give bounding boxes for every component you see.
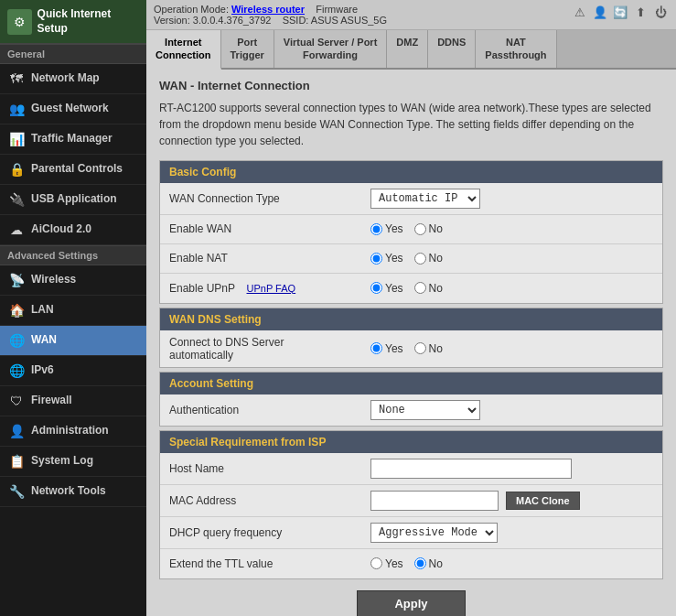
dhcp-query-control: Aggressive Mode Normal Mode bbox=[370, 523, 653, 543]
network-map-icon: 🗺 bbox=[7, 70, 26, 88]
upload-icon[interactable]: ⬆ bbox=[632, 4, 649, 20]
parental-controls-label: Parental Controls bbox=[31, 162, 123, 177]
sidebar-item-administration[interactable]: 👤 Administration bbox=[0, 416, 146, 447]
host-name-row: Host Name bbox=[160, 453, 662, 485]
connect-dns-yes-radio[interactable] bbox=[370, 342, 382, 354]
enable-wan-no-radio[interactable] bbox=[414, 223, 426, 235]
mac-address-label: MAC Address bbox=[169, 494, 370, 507]
network-map-label: Network Map bbox=[31, 71, 100, 86]
firmware-label: Firmware bbox=[316, 4, 358, 15]
user-icon[interactable]: 👤 bbox=[592, 4, 608, 20]
network-tools-icon: 🔧 bbox=[7, 482, 26, 501]
usb-application-label: USB Application bbox=[31, 192, 117, 207]
warning-icon[interactable]: ⚠ bbox=[572, 4, 588, 20]
guest-network-icon: 👥 bbox=[7, 100, 26, 118]
enable-upnp-radio-group: Yes No bbox=[370, 282, 443, 295]
dhcp-query-row: DHCP query frequency Aggressive Mode Nor… bbox=[160, 517, 662, 549]
sidebar-item-parental-controls[interactable]: 🔒 Parental Controls bbox=[0, 155, 146, 185]
tab-dmz[interactable]: DMZ bbox=[387, 30, 428, 68]
topbar: Operation Mode: Wireless router Firmware… bbox=[146, 0, 676, 30]
authentication-select[interactable]: None PAP CHAP bbox=[370, 400, 480, 420]
quick-setup-icon: ⚙ bbox=[7, 9, 32, 35]
enable-upnp-no[interactable]: No bbox=[414, 282, 443, 295]
extend-ttl-yes-radio[interactable] bbox=[370, 557, 382, 569]
enable-nat-no[interactable]: No bbox=[414, 252, 443, 265]
sidebar-item-network-tools[interactable]: 🔧 Network Tools bbox=[0, 477, 146, 507]
connect-dns-yes[interactable]: Yes bbox=[370, 342, 403, 355]
extend-ttl-radio-group: Yes No bbox=[370, 557, 443, 570]
sidebar-item-wireless[interactable]: 📡 Wireless bbox=[0, 265, 146, 296]
sidebar-item-usb-application[interactable]: 🔌 USB Application bbox=[0, 185, 146, 215]
firewall-icon: 🛡 bbox=[7, 392, 26, 410]
operation-mode-value[interactable]: Wireless router bbox=[231, 4, 305, 15]
upnp-faq-link[interactable]: UPnP FAQ bbox=[247, 283, 296, 294]
refresh-icon[interactable]: 🔄 bbox=[612, 4, 628, 20]
version-value: 3.0.0.4.376_3792 bbox=[193, 15, 272, 26]
enable-nat-yes[interactable]: Yes bbox=[370, 252, 403, 265]
tab-virtual-server[interactable]: Virtual Server / Port Forwarding bbox=[274, 30, 388, 68]
mac-clone-button[interactable]: MAC Clone bbox=[506, 492, 580, 510]
enable-upnp-no-radio[interactable] bbox=[414, 282, 426, 294]
sidebar-item-guest-network[interactable]: 👥 Guest Network bbox=[0, 94, 146, 124]
topbar-info: Operation Mode: Wireless router Firmware… bbox=[154, 4, 387, 26]
extend-ttl-yes[interactable]: Yes bbox=[370, 557, 403, 570]
enable-nat-no-radio[interactable] bbox=[414, 253, 426, 265]
wireless-label: Wireless bbox=[31, 273, 76, 287]
mac-address-row: MAC Address MAC Clone bbox=[160, 485, 662, 517]
connect-dns-no[interactable]: No bbox=[414, 342, 443, 355]
lan-icon: 🏠 bbox=[7, 301, 26, 319]
sidebar-item-lan[interactable]: 🏠 LAN bbox=[0, 296, 146, 326]
wan-connection-type-control: Automatic IP PPPoE PPTP L2TP Static IP bbox=[370, 189, 653, 209]
sidebar-item-firewall[interactable]: 🛡 Firewall bbox=[0, 386, 146, 416]
mac-address-control: MAC Clone bbox=[370, 491, 653, 511]
connect-dns-no-radio[interactable] bbox=[414, 342, 426, 354]
enable-nat-yes-radio[interactable] bbox=[370, 253, 382, 265]
enable-wan-yes[interactable]: Yes bbox=[370, 222, 403, 235]
power-icon[interactable]: ⏻ bbox=[652, 4, 669, 20]
tab-port-trigger[interactable]: Port Trigger bbox=[221, 30, 274, 68]
extend-ttl-control: Yes No bbox=[370, 557, 653, 570]
parental-controls-icon: 🔒 bbox=[7, 160, 26, 178]
general-section-title: General bbox=[0, 44, 146, 64]
sidebar-item-network-map[interactable]: 🗺 Network Map bbox=[0, 64, 146, 94]
mac-address-input[interactable] bbox=[370, 491, 499, 511]
host-name-control bbox=[370, 459, 653, 479]
operation-mode-line: Operation Mode: Wireless router Firmware bbox=[154, 4, 387, 15]
special-isp-body: Host Name MAC Address MAC Clone bbox=[160, 453, 662, 578]
dhcp-query-select[interactable]: Aggressive Mode Normal Mode bbox=[370, 523, 498, 543]
sidebar-item-quick-setup[interactable]: ⚙ Quick Internet Setup bbox=[0, 0, 146, 44]
tab-nat-passthrough[interactable]: NAT Passthrough bbox=[476, 30, 556, 68]
sidebar-item-traffic-manager[interactable]: 📊 Traffic Manager bbox=[0, 124, 146, 155]
sidebar: ⚙ Quick Internet Setup General 🗺 Network… bbox=[0, 0, 146, 616]
lan-label: LAN bbox=[31, 303, 54, 318]
tab-internet-connection[interactable]: Internet Connection bbox=[146, 30, 221, 70]
account-setting-section: Account Setting Authentication None PAP … bbox=[159, 372, 663, 427]
tab-ddns[interactable]: DDNS bbox=[428, 30, 476, 68]
wan-connection-type-select[interactable]: Automatic IP PPPoE PPTP L2TP Static IP bbox=[370, 189, 480, 209]
enable-wan-yes-radio[interactable] bbox=[370, 223, 382, 235]
extend-ttl-row: Extend the TTL value Yes No bbox=[160, 549, 662, 578]
administration-label: Administration bbox=[31, 424, 109, 438]
administration-icon: 👤 bbox=[7, 422, 26, 440]
page-title: WAN - Internet Connection bbox=[159, 79, 663, 92]
version-ssid-line: Version: 3.0.0.4.376_3792 SSID: ASUS ASU… bbox=[154, 15, 387, 26]
sidebar-item-system-log[interactable]: 📋 System Log bbox=[0, 447, 146, 477]
enable-upnp-yes[interactable]: Yes bbox=[370, 282, 403, 295]
traffic-manager-icon: 📊 bbox=[7, 130, 26, 148]
guest-network-label: Guest Network bbox=[31, 102, 109, 116]
wan-dns-body: Connect to DNS Server automatically Yes … bbox=[160, 330, 662, 367]
extend-ttl-no[interactable]: No bbox=[414, 557, 443, 570]
enable-wan-no[interactable]: No bbox=[414, 222, 443, 235]
sidebar-item-wan[interactable]: 🌐 WAN bbox=[0, 326, 146, 356]
enable-upnp-yes-radio[interactable] bbox=[370, 282, 382, 294]
sidebar-item-ipv6[interactable]: 🌐 IPv6 bbox=[0, 356, 146, 386]
host-name-input[interactable] bbox=[370, 459, 572, 479]
ssid-value: SSID: ASUS ASUS_5G bbox=[283, 15, 387, 26]
extend-ttl-no-radio[interactable] bbox=[414, 557, 426, 569]
sidebar-item-aicloud[interactable]: ☁ AiCloud 2.0 bbox=[0, 215, 146, 245]
apply-button[interactable]: Apply bbox=[357, 590, 465, 616]
firewall-label: Firewall bbox=[31, 394, 72, 408]
connect-dns-label: Connect to DNS Server automatically bbox=[169, 336, 370, 362]
network-tools-label: Network Tools bbox=[31, 484, 106, 499]
wan-connection-type-row: WAN Connection Type Automatic IP PPPoE P… bbox=[160, 183, 662, 215]
